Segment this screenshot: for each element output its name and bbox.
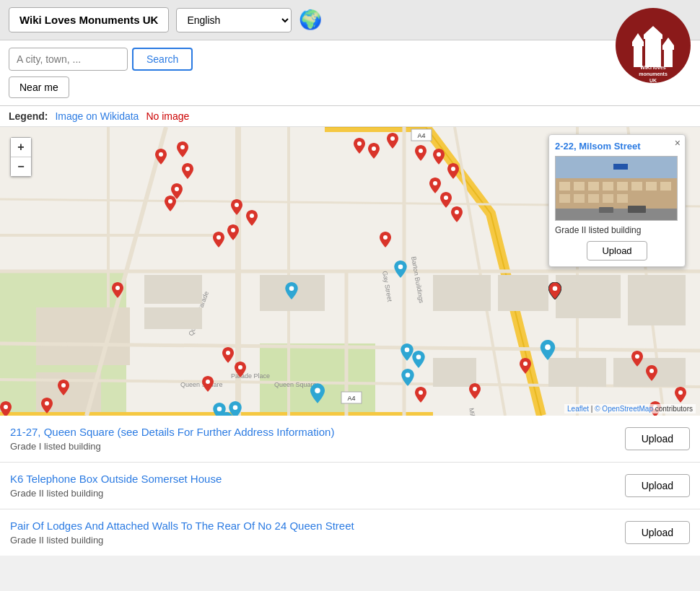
svg-point-72 [238, 365, 242, 369]
svg-point-80 [45, 401, 49, 406]
legend-image-link[interactable]: Image on Wikidata [55, 110, 139, 122]
svg-point-56 [357, 141, 362, 146]
svg-point-76 [635, 354, 639, 359]
marker-blue-6[interactable] [310, 383, 325, 403]
legend-label: Legend: [9, 110, 48, 122]
svg-rect-114 [599, 207, 613, 213]
svg-rect-112 [556, 209, 678, 221]
zoom-in-button[interactable]: + [11, 138, 31, 157]
marker-red-1[interactable] [155, 149, 167, 165]
globe-icon[interactable]: 🌍 [299, 9, 322, 31]
svg-point-75 [473, 387, 477, 391]
svg-point-66 [216, 235, 221, 240]
svg-point-94 [545, 344, 551, 350]
svg-point-87 [289, 286, 294, 291]
marker-red-5[interactable] [165, 196, 176, 211]
result-upload-button-1[interactable]: Upload [625, 427, 690, 450]
search-bar: Search Near me [0, 40, 700, 106]
svg-rect-101 [588, 182, 599, 191]
map-zoom-controls: + − [10, 137, 32, 177]
marker-red-11[interactable] [447, 163, 459, 179]
marker-red-23[interactable] [202, 376, 214, 392]
marker-blue-2[interactable] [285, 282, 298, 299]
svg-rect-42 [433, 358, 476, 387]
svg-rect-34 [144, 307, 202, 329]
svg-rect-103 [617, 182, 628, 191]
svg-text:A4: A4 [347, 395, 355, 402]
marker-blue-1[interactable] [394, 261, 407, 278]
svg-text:monuments: monuments [639, 71, 668, 76]
app-title-button[interactable]: Wiki Loves Monuments UK [9, 7, 169, 32]
result-title-3[interactable]: Pair Of Lodges And Attached Walls To The… [10, 520, 354, 532]
marker-red-21[interactable] [222, 347, 234, 363]
map-popup: × 2-22, Milsom Street [548, 134, 686, 267]
language-selector[interactable]: English Cymraeg Gàidhlig [176, 8, 292, 32]
result-title-2[interactable]: K6 Telephone Box Outside Somerset House [10, 473, 222, 485]
marker-blue-9[interactable] [540, 340, 556, 360]
result-upload-button-3[interactable]: Upload [625, 521, 690, 544]
svg-point-92 [217, 406, 222, 411]
marker-red-14[interactable] [451, 206, 463, 222]
marker-red-15[interactable] [227, 224, 239, 240]
svg-text:WIKI loves: WIKI loves [640, 65, 666, 70]
result-info-1: 21-27, Queen Square (see Details For Fur… [10, 426, 613, 452]
svg-point-67 [235, 203, 239, 207]
city-input[interactable] [9, 48, 128, 71]
svg-point-53 [185, 167, 190, 171]
svg-rect-109 [588, 194, 599, 203]
map-container[interactable]: A4 A4 Queen's Parade Barton Buildings Ga… [0, 127, 700, 416]
marker-red-29[interactable] [675, 387, 686, 403]
svg-rect-108 [574, 194, 585, 203]
marker-blue-4[interactable] [412, 351, 425, 368]
marker-red-7[interactable] [368, 143, 380, 159]
marker-red-8[interactable] [387, 133, 398, 149]
result-upload-button-2[interactable]: Upload [625, 474, 690, 497]
popup-close-button[interactable]: × [675, 138, 681, 148]
marker-red-30[interactable] [41, 398, 53, 413]
marker-red-22[interactable] [235, 362, 246, 377]
leaflet-credit[interactable]: Leaflet [567, 405, 589, 413]
legend: Legend: Image on Wikidata No image [0, 106, 700, 127]
svg-rect-40 [548, 358, 606, 387]
near-me-button[interactable]: Near me [9, 76, 69, 98]
svg-rect-6 [662, 45, 674, 50]
zoom-out-button[interactable]: − [11, 157, 31, 176]
marker-red-12[interactable] [429, 178, 441, 193]
marker-blue-5[interactable] [401, 369, 414, 386]
marker-red-25[interactable] [469, 383, 481, 399]
marker-blue-10[interactable] [229, 401, 242, 416]
svg-point-77 [649, 369, 654, 373]
result-title-1[interactable]: 21-27, Queen Square (see Details For Fur… [10, 426, 334, 438]
svg-point-54 [175, 187, 179, 191]
marker-red-17[interactable] [231, 199, 242, 215]
marker-red-32[interactable] [58, 380, 69, 395]
svg-point-73 [206, 380, 210, 384]
marker-red-13[interactable] [440, 192, 452, 208]
marker-red-6[interactable] [354, 138, 365, 154]
legend-no-image: No image [146, 110, 189, 122]
marker-red-popup[interactable] [548, 282, 561, 299]
svg-point-55 [168, 199, 172, 203]
marker-red-34[interactable] [520, 358, 531, 374]
marker-red-2[interactable] [177, 141, 188, 157]
marker-red-16[interactable] [213, 232, 224, 248]
svg-rect-106 [660, 182, 671, 191]
marker-red-18[interactable] [246, 210, 258, 226]
osm-credit[interactable]: © OpenStreetMap [595, 405, 653, 413]
popup-description: Grade II listed building [555, 225, 679, 235]
marker-red-26[interactable] [631, 351, 643, 367]
svg-rect-100 [574, 182, 585, 191]
search-button[interactable]: Search [132, 48, 193, 71]
result-grade-2: Grade II listed building [10, 488, 613, 499]
result-grade-3: Grade II listed building [10, 535, 613, 546]
marker-red-19[interactable] [380, 232, 391, 248]
marker-red-20[interactable] [112, 282, 123, 298]
svg-point-62 [433, 181, 437, 185]
popup-upload-button[interactable]: Upload [587, 241, 647, 261]
marker-red-27[interactable] [646, 365, 657, 381]
marker-red-9[interactable] [415, 145, 426, 161]
marker-red-31[interactable] [0, 401, 12, 416]
marker-red-3[interactable] [182, 163, 193, 179]
marker-red-10[interactable] [433, 149, 445, 165]
marker-red-24[interactable] [415, 387, 426, 403]
